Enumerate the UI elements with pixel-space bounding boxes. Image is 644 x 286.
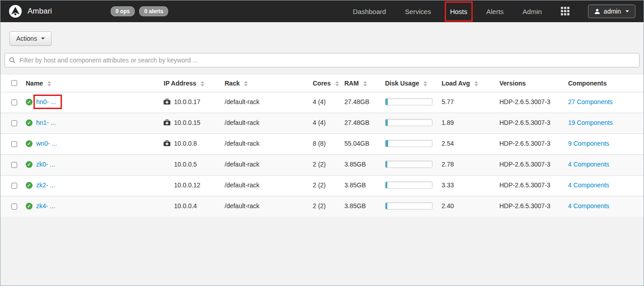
host-load-avg: 3.33 bbox=[442, 181, 454, 189]
host-name-link[interactable]: zk0- ... bbox=[36, 161, 55, 168]
host-table-row: ✓ zk0- ... 10.0.0.5 /default-rack 2 (2) … bbox=[0, 155, 644, 176]
host-rack: /default-rack bbox=[225, 119, 259, 126]
ambari-brand[interactable]: Ambari bbox=[9, 5, 52, 18]
host-healthy-status-icon: ✓ bbox=[26, 140, 33, 147]
host-cores: 2 (2) bbox=[313, 202, 326, 210]
row-select-checkbox[interactable] bbox=[11, 120, 17, 126]
host-version: HDP-2.6.5.3007-3 bbox=[499, 119, 550, 126]
disk-usage-fill bbox=[385, 182, 387, 188]
host-load-avg: 5.77 bbox=[442, 98, 454, 105]
host-name-link[interactable]: zk2- ... bbox=[36, 181, 55, 189]
host-ip: 10.0.0.5 bbox=[174, 161, 197, 168]
host-components-link[interactable]: 9 Components bbox=[568, 140, 609, 147]
host-healthy-status-icon: ✓ bbox=[26, 161, 33, 168]
column-header-load-avg[interactable]: Load Avg bbox=[438, 74, 496, 92]
host-ip: 10.0.0.12 bbox=[174, 181, 200, 189]
sort-icon[interactable] bbox=[423, 81, 427, 86]
row-select-checkbox[interactable] bbox=[11, 100, 17, 105]
column-header-disk-usage[interactable]: Disk Usage bbox=[381, 74, 438, 92]
host-name-link[interactable]: wn0- ... bbox=[36, 140, 57, 147]
host-rack: /default-rack bbox=[225, 161, 259, 168]
host-ram: 3.85GB bbox=[344, 181, 366, 189]
host-name-link[interactable]: hn0- ... bbox=[36, 98, 56, 105]
nav-item-alerts[interactable]: Alerts bbox=[485, 6, 504, 17]
host-ram: 27.48GB bbox=[344, 119, 369, 126]
sort-icon[interactable] bbox=[475, 81, 478, 86]
disk-usage-bar bbox=[385, 119, 432, 126]
user-menu-label: admin bbox=[604, 8, 621, 15]
nav-item-dashboard[interactable]: Dashboard bbox=[352, 6, 387, 17]
host-healthy-status-icon: ✓ bbox=[26, 182, 33, 189]
maintenance-mode-icon bbox=[164, 119, 174, 127]
host-table-row: ✓ hn1- ... 10.0.0.15 /default-rack 4 (4)… bbox=[0, 113, 644, 134]
ambari-logo-icon bbox=[9, 5, 22, 18]
row-select-checkbox[interactable] bbox=[11, 141, 17, 147]
host-cores: 4 (4) bbox=[313, 98, 326, 105]
host-ram: 27.48GB bbox=[344, 98, 369, 105]
disk-usage-fill bbox=[385, 119, 388, 126]
host-name-link[interactable]: hn1- ... bbox=[36, 119, 56, 126]
disk-usage-fill bbox=[385, 203, 387, 209]
host-table-body: ✓ hn0- ... 10.0.0.17 /default-rack 4 (4)… bbox=[0, 92, 644, 217]
host-components-link[interactable]: 4 Components bbox=[568, 181, 609, 189]
host-table-row: ✓ hn0- ... 10.0.0.17 /default-rack 4 (4)… bbox=[0, 92, 644, 113]
column-header-rack[interactable]: Rack bbox=[221, 74, 309, 92]
host-ip: 10.0.0.4 bbox=[174, 202, 197, 210]
host-healthy-status-icon: ✓ bbox=[26, 119, 33, 126]
user-menu-button[interactable]: admin bbox=[588, 5, 635, 18]
select-all-checkbox[interactable] bbox=[11, 80, 17, 86]
column-header-ram[interactable]: RAM bbox=[341, 74, 381, 92]
host-ip: 10.0.0.15 bbox=[174, 119, 200, 126]
row-select-checkbox[interactable] bbox=[11, 204, 17, 210]
column-header-name[interactable]: Name bbox=[22, 74, 160, 92]
sort-icon[interactable] bbox=[201, 81, 204, 86]
nav-item-services[interactable]: Services bbox=[404, 6, 432, 17]
brand-title: Ambari bbox=[28, 7, 52, 16]
host-rack: /default-rack bbox=[225, 140, 259, 147]
host-filter-input[interactable] bbox=[5, 53, 639, 67]
host-ip: 10.0.0.17 bbox=[174, 98, 200, 105]
table-header-row: Name IP Address Rack Cores bbox=[0, 74, 644, 92]
host-healthy-status-icon: ✓ bbox=[26, 203, 33, 210]
search-icon bbox=[9, 57, 15, 63]
sort-icon[interactable] bbox=[47, 81, 51, 86]
host-cores: 4 (4) bbox=[313, 119, 326, 126]
host-ip: 10.0.0.8 bbox=[174, 140, 197, 147]
actions-toolbar: Actions bbox=[0, 22, 644, 53]
host-load-avg: 1.89 bbox=[442, 119, 454, 126]
caret-down-icon bbox=[625, 10, 629, 12]
ambari-hosts-page: Ambari 0 ops 0 alerts Dashboard Services… bbox=[0, 0, 644, 286]
maintenance-mode-icon bbox=[164, 140, 174, 148]
sort-icon[interactable] bbox=[335, 81, 339, 86]
alerts-badge[interactable]: 0 alerts bbox=[139, 6, 168, 16]
host-load-avg: 2.78 bbox=[442, 161, 454, 168]
disk-usage-fill bbox=[385, 140, 388, 147]
sort-icon[interactable] bbox=[363, 81, 367, 86]
sort-icon[interactable] bbox=[244, 81, 248, 86]
host-components-link[interactable]: 4 Components bbox=[568, 202, 609, 210]
row-select-checkbox[interactable] bbox=[11, 183, 17, 189]
host-name-link[interactable]: zk4- ... bbox=[36, 202, 55, 210]
row-select-checkbox[interactable] bbox=[11, 162, 17, 168]
disk-usage-bar bbox=[385, 140, 432, 147]
disk-usage-fill bbox=[385, 161, 387, 167]
column-header-ip[interactable]: IP Address bbox=[160, 74, 221, 92]
top-navbar: Ambari 0 ops 0 alerts Dashboard Services… bbox=[0, 0, 644, 22]
host-components-link[interactable]: 4 Components bbox=[568, 161, 609, 168]
host-cores: 2 (2) bbox=[313, 161, 326, 168]
ops-badge[interactable]: 0 ops bbox=[111, 6, 135, 16]
hosts-table-section: Name IP Address Rack Cores bbox=[0, 74, 644, 217]
nav-item-admin[interactable]: Admin bbox=[522, 6, 543, 17]
actions-button[interactable]: Actions bbox=[9, 31, 52, 46]
caret-down-icon bbox=[41, 38, 45, 39]
host-rack: /default-rack bbox=[225, 181, 259, 189]
column-header-versions: Versions bbox=[496, 74, 564, 92]
navbar-menu: Dashboard Services Hosts Alerts Admin bbox=[352, 6, 543, 17]
views-grid-icon[interactable] bbox=[561, 7, 570, 16]
host-load-avg: 2.54 bbox=[442, 140, 454, 147]
nav-item-hosts[interactable]: Hosts bbox=[449, 6, 468, 17]
host-components-link[interactable]: 19 Components bbox=[568, 119, 613, 126]
host-ram: 3.85GB bbox=[344, 161, 366, 168]
column-header-cores[interactable]: Cores bbox=[309, 74, 341, 92]
host-components-link[interactable]: 27 Components bbox=[568, 98, 613, 105]
